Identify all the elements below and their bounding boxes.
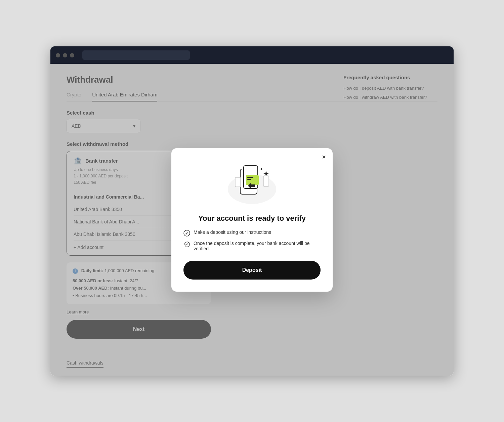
deposit-button-label: Deposit [242, 267, 262, 273]
svg-rect-7 [235, 177, 241, 187]
svg-rect-5 [247, 179, 251, 180]
address-bar[interactable] [82, 50, 190, 60]
modal-illustration [183, 159, 321, 206]
modal-feature-list: Make a deposit using our instructions On… [183, 229, 321, 251]
deposit-button[interactable]: Deposit [183, 261, 321, 280]
modal-close-button[interactable]: × [322, 154, 326, 160]
modal-feature-item-0: Make a deposit using our instructions [183, 229, 321, 237]
svg-rect-4 [247, 177, 253, 178]
traffic-light-yellow [63, 53, 67, 57]
modal-feature-text-1: Once the deposit is complete, your bank … [194, 241, 321, 251]
modal-feature-text-0: Make a deposit using our instructions [194, 229, 271, 235]
titlebar [50, 46, 454, 64]
modal-title: Your account is ready to verify [183, 214, 321, 223]
deposit-instructions-icon [183, 230, 190, 237]
modal-backdrop: × [50, 64, 454, 376]
verification-illustration [222, 159, 282, 206]
svg-rect-8 [263, 176, 269, 186]
traffic-light-red [56, 53, 60, 57]
modal-feature-item-1: Once the deposit is complete, your bank … [183, 241, 321, 251]
bank-verified-icon [183, 241, 190, 248]
browser-content: Withdrawal Crypto United Arab Emirates D… [50, 64, 454, 376]
browser-window: Withdrawal Crypto United Arab Emirates D… [50, 46, 454, 376]
traffic-light-green [70, 53, 74, 57]
svg-point-6 [261, 168, 262, 170]
modal: × [171, 148, 333, 292]
